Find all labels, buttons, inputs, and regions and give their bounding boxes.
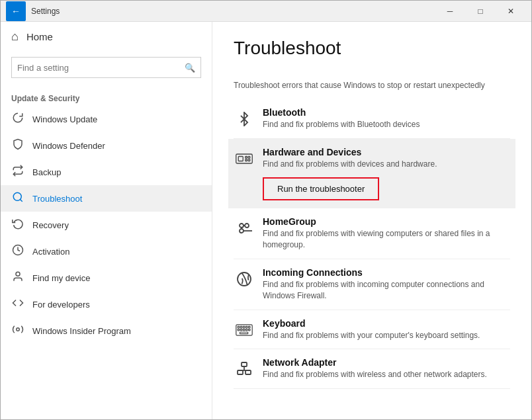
svg-rect-9 <box>245 159 247 161</box>
backup-icon <box>11 165 24 179</box>
content-area: ⌂ Home 🔍 Update & Security Windows Updat… <box>1 22 531 419</box>
item-desc-keyboard: Find and fix problems with your computer… <box>263 330 480 341</box>
item-text-keyboard: Keyboard Find and fix problems with your… <box>263 318 480 341</box>
troubleshoot-item-keyboard[interactable]: Keyboard Find and fix problems with your… <box>234 310 510 349</box>
item-header-bluetooth: Bluetooth Find and fix problems with Blu… <box>234 107 510 130</box>
divider <box>234 388 510 389</box>
item-header-incoming-connections: Incoming Connections Find and fix proble… <box>234 267 510 302</box>
bluetooth-icon <box>234 108 255 130</box>
item-desc-bluetooth: Find and fix problems with Bluetooth dev… <box>263 119 420 130</box>
svg-rect-27 <box>245 329 247 330</box>
item-desc-network-adapter: Find and fix problems with wireless and … <box>263 369 487 380</box>
sidebar-label-recovery: Recovery <box>32 220 69 230</box>
item-text-homegroup: HomeGroup Find and fix problems with vie… <box>263 216 510 251</box>
item-desc-incoming-connections: Find and fix problems with incoming comp… <box>263 279 510 302</box>
troubleshoot-item-homegroup[interactable]: HomeGroup Find and fix problems with vie… <box>234 208 510 259</box>
svg-line-1 <box>20 199 22 201</box>
item-name-homegroup: HomeGroup <box>263 216 510 227</box>
svg-rect-22 <box>245 326 247 327</box>
troubleshoot-icon <box>11 191 24 206</box>
item-name-network-adapter: Network Adapter <box>263 357 487 368</box>
sidebar-label-windows-update: Windows Update <box>32 114 97 124</box>
item-header-network-adapter: Network Adapter Find and fix problems wi… <box>234 357 510 380</box>
sidebar-item-for-developers[interactable]: For developers <box>1 291 212 317</box>
sidebar-label-backup: Backup <box>32 167 61 177</box>
svg-rect-23 <box>249 326 250 327</box>
svg-rect-29 <box>240 332 248 333</box>
sidebar-item-home[interactable]: ⌂ Home <box>1 22 212 52</box>
sidebar-label-find-my-device: Find my device <box>32 273 90 283</box>
item-name-hardware-devices: Hardware and Devices <box>263 147 437 157</box>
item-name-keyboard: Keyboard <box>263 318 480 329</box>
troubleshoot-item-bluetooth[interactable]: Bluetooth Find and fix problems with Blu… <box>234 99 510 138</box>
svg-point-11 <box>240 224 244 228</box>
search-box[interactable]: 🔍 <box>11 57 201 78</box>
section-label: Update & Security <box>1 89 212 106</box>
item-text-incoming-connections: Incoming Connections Find and fix proble… <box>263 267 510 302</box>
sidebar-label-windows-defender: Windows Defender <box>32 141 105 151</box>
windows-update-icon <box>11 112 24 126</box>
item-name-bluetooth: Bluetooth <box>263 107 420 118</box>
settings-window: ← Settings ─ □ ✕ ⌂ Home 🔍 <box>0 0 532 420</box>
recovery-icon <box>11 218 24 232</box>
sidebar-label-activation: Activation <box>32 247 69 257</box>
item-text-bluetooth: Bluetooth Find and fix problems with Blu… <box>263 107 420 130</box>
sidebar-label-windows-insider: Windows Insider Program <box>32 326 131 336</box>
keyboard-icon <box>234 319 255 341</box>
svg-point-4 <box>17 328 20 331</box>
minimize-button[interactable]: ─ <box>435 1 465 22</box>
sidebar-item-find-my-device[interactable]: Find my device <box>1 265 212 291</box>
item-text-hardware-devices: Hardware and Devices Find and fix proble… <box>263 147 437 170</box>
svg-point-12 <box>245 224 249 228</box>
sidebar-item-recovery[interactable]: Recovery <box>1 212 212 238</box>
close-button[interactable]: ✕ <box>496 1 526 22</box>
svg-rect-31 <box>242 362 247 366</box>
sidebar: ⌂ Home 🔍 Update & Security Windows Updat… <box>1 22 212 419</box>
back-icon: ← <box>11 6 21 17</box>
svg-rect-6 <box>238 156 243 161</box>
hardware-devices-icon <box>234 148 255 169</box>
svg-rect-20 <box>240 326 242 327</box>
sidebar-item-windows-defender[interactable]: Windows Defender <box>1 132 212 159</box>
top-item[interactable]: Troubleshoot errors that cause Windows t… <box>234 72 510 99</box>
sidebar-label-troubleshoot: Troubleshoot <box>32 194 82 204</box>
svg-point-13 <box>240 229 244 233</box>
svg-rect-30 <box>238 370 243 374</box>
svg-rect-24 <box>238 329 239 330</box>
svg-rect-26 <box>243 329 244 330</box>
back-button[interactable]: ← <box>6 1 26 21</box>
sidebar-item-backup[interactable]: Backup <box>1 159 212 185</box>
item-text-network-adapter: Network Adapter Find and fix problems wi… <box>263 357 487 380</box>
svg-rect-19 <box>238 326 239 327</box>
for-developers-icon <box>11 297 24 312</box>
run-troubleshooter-button[interactable]: Run the troubleshooter <box>263 177 379 200</box>
troubleshoot-item-incoming-connections[interactable]: Incoming Connections Find and fix proble… <box>234 259 510 310</box>
sidebar-item-activation[interactable]: Activation <box>1 238 212 265</box>
search-icon: 🔍 <box>185 63 195 73</box>
sidebar-label-for-developers: For developers <box>32 300 90 310</box>
troubleshoot-item-network-adapter[interactable]: Network Adapter Find and fix problems wi… <box>234 349 510 388</box>
sidebar-item-windows-update[interactable]: Windows Update <box>1 106 212 132</box>
search-input[interactable] <box>17 63 185 73</box>
svg-point-3 <box>16 272 20 276</box>
troubleshoot-item-hardware-devices[interactable]: Hardware and Devices Find and fix proble… <box>228 139 515 209</box>
main-panel: Troubleshoot Troubleshoot errors that ca… <box>212 22 531 419</box>
page-title: Troubleshoot <box>234 38 510 59</box>
svg-rect-32 <box>245 370 251 374</box>
svg-rect-8 <box>248 156 250 158</box>
svg-rect-25 <box>240 329 242 330</box>
top-desc: Troubleshoot errors that cause Windows t… <box>234 80 510 91</box>
run-btn-container: Run the troubleshooter <box>263 177 510 200</box>
home-label: Home <box>26 31 53 42</box>
svg-rect-7 <box>245 156 247 158</box>
main-content: Troubleshoot Troubleshoot errors that ca… <box>212 22 531 419</box>
nav-list: Windows Update Windows Defender Backup T… <box>1 106 212 344</box>
item-name-incoming-connections: Incoming Connections <box>263 267 510 278</box>
home-icon: ⌂ <box>11 30 19 44</box>
windows-insider-icon <box>11 323 24 338</box>
sidebar-item-windows-insider[interactable]: Windows Insider Program <box>1 317 212 344</box>
maximize-button[interactable]: □ <box>465 1 496 22</box>
window-title: Settings <box>31 7 435 16</box>
sidebar-item-troubleshoot[interactable]: Troubleshoot <box>1 185 212 212</box>
item-header-homegroup: HomeGroup Find and fix problems with vie… <box>234 216 510 251</box>
